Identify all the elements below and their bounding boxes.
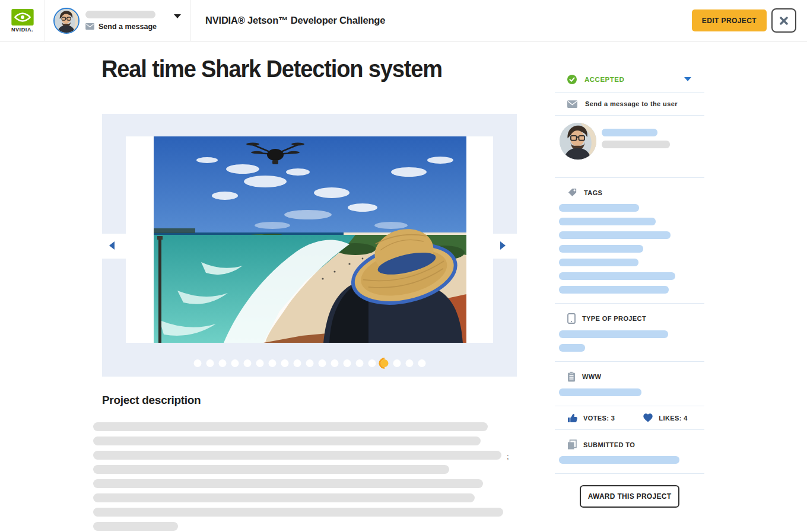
placeholder-bar — [93, 493, 475, 502]
carousel-dot[interactable] — [405, 359, 413, 367]
votes-likes-row: VOTES: 3 LIKES: 4 — [555, 406, 704, 430]
stray-character: ; — [507, 452, 509, 461]
placeholder-bar — [93, 522, 178, 531]
accepted-check-icon — [567, 75, 577, 84]
placeholder-bar — [602, 141, 670, 148]
award-this-project-button[interactable]: AWARD THIS PROJECT — [580, 485, 679, 508]
type-placeholder-bars — [555, 330, 704, 352]
placeholder-bar — [559, 272, 675, 280]
placeholder-bar — [602, 129, 657, 136]
likes-group: LIKES: 4 — [643, 413, 687, 422]
www-section: WWW — [555, 362, 704, 406]
placeholder-bar — [559, 388, 641, 396]
chevron-down-icon[interactable] — [174, 14, 181, 18]
status-dropdown[interactable]: ACCEPTED — [555, 66, 704, 93]
carousel-dot[interactable] — [355, 359, 363, 367]
placeholder-bar — [93, 437, 481, 445]
carousel-dot[interactable] — [393, 359, 401, 367]
placeholder-bar — [559, 245, 643, 253]
placeholder-bar — [93, 465, 449, 474]
header-actions: EDIT PROJECT — [692, 0, 807, 41]
placeholder-bar — [93, 422, 488, 431]
send-message-link[interactable]: Send a message — [85, 23, 157, 31]
likes-count: LIKES: 4 — [659, 415, 687, 422]
placeholder-bar — [559, 259, 638, 266]
close-icon — [780, 17, 788, 25]
submitted-to-section: SUBMITTED TO — [555, 430, 704, 474]
placeholder-bar — [559, 330, 668, 338]
thumbs-up-icon — [567, 413, 577, 423]
clipboard-icon — [567, 371, 576, 382]
username-placeholder-bar — [85, 11, 155, 18]
carousel-dot[interactable] — [268, 359, 276, 367]
placeholder-bar — [559, 344, 585, 352]
placeholder-bar — [93, 479, 483, 488]
carousel-dot[interactable] — [306, 359, 313, 367]
carousel-dot[interactable] — [418, 359, 425, 367]
send-message-to-user[interactable]: Send a message to the user — [555, 93, 704, 116]
carousel-dots — [193, 359, 425, 367]
status-badge: ACCEPTED — [584, 76, 624, 83]
carousel-dot[interactable] — [231, 359, 239, 367]
carousel-dot[interactable] — [243, 359, 251, 367]
placeholder-bar — [559, 204, 639, 212]
chevron-down-icon — [684, 77, 691, 81]
top-header: NVIDIA. Send a message NVIDIA® Jetson™ D… — [0, 0, 807, 42]
description-placeholder-block: ; — [93, 422, 526, 532]
user-chip-info: Send a message — [85, 11, 157, 31]
carousel-dot[interactable] — [193, 359, 201, 367]
project-author[interactable] — [555, 116, 704, 178]
carousel-next-button[interactable] — [500, 241, 510, 250]
tag-icon — [567, 187, 577, 197]
placeholder-bar — [93, 508, 503, 517]
challenge-title: NVIDIA® Jetson™ Developer Challenge — [205, 15, 385, 26]
tags-section: TAGS — [555, 178, 704, 304]
placeholder-bar — [559, 231, 671, 239]
carousel-prev-button[interactable] — [109, 241, 119, 250]
author-placeholder-bars — [602, 123, 670, 160]
placeholder-bar — [93, 451, 501, 460]
send-message-to-user-label: Send a message to the user — [585, 100, 678, 107]
www-label: WWW — [582, 373, 601, 380]
carousel-dot[interactable] — [293, 359, 301, 367]
nvidia-logo-text: NVIDIA. — [11, 27, 33, 33]
nvidia-eye-icon — [11, 9, 34, 26]
description-heading: Project description — [102, 394, 201, 407]
envelope-icon — [85, 23, 94, 30]
placeholder-bar — [559, 456, 679, 464]
carousel-dot[interactable] — [368, 359, 376, 367]
carousel-dot[interactable] — [206, 359, 214, 367]
avatar — [53, 8, 80, 34]
edit-project-button[interactable]: EDIT PROJECT — [692, 9, 767, 31]
project-sidebar: ACCEPTED Send a message to the user TAGS — [555, 66, 704, 508]
close-button[interactable] — [771, 8, 796, 33]
carousel-dot-active[interactable] — [380, 359, 388, 367]
type-of-project-section: TYPE OF PROJECT — [555, 304, 704, 362]
nvidia-logo: NVIDIA. — [11, 9, 34, 33]
user-chip[interactable]: Send a message — [45, 0, 191, 41]
arrow-right-icon — [500, 241, 506, 250]
carousel-dot[interactable] — [256, 359, 263, 367]
nvidia-logo-cell[interactable]: NVIDIA. — [0, 0, 45, 41]
type-of-project-label: TYPE OF PROJECT — [582, 315, 646, 322]
project-title: Real time Shark Detection system — [101, 56, 442, 82]
carousel-dot[interactable] — [218, 359, 226, 367]
tags-label: TAGS — [584, 189, 602, 196]
tablet-icon — [567, 313, 576, 324]
carousel-dot[interactable] — [343, 359, 351, 367]
carousel-dot[interactable] — [281, 359, 288, 367]
send-message-label: Send a message — [99, 23, 157, 31]
carousel-dot[interactable] — [331, 359, 338, 367]
submitted-placeholder-bars — [555, 456, 704, 464]
submitted-to-label: SUBMITTED TO — [583, 441, 635, 448]
avatar — [560, 123, 596, 160]
www-placeholder-bars — [555, 388, 704, 396]
placeholder-bar — [559, 286, 669, 294]
votes-count: VOTES: 3 — [583, 415, 615, 422]
placeholder-bar — [559, 218, 656, 225]
votes-group: VOTES: 3 — [567, 413, 615, 423]
carousel-dot[interactable] — [318, 359, 326, 367]
project-photo-drone-beach — [154, 136, 466, 343]
arrow-left-icon — [109, 241, 115, 250]
project-review-page: NVIDIA. Send a message NVIDIA® Jetson™ D… — [0, 0, 807, 532]
